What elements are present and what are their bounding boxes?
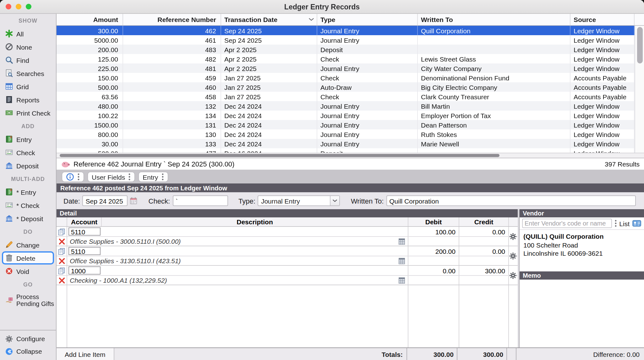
horizontal-scrollbar-thumb[interactable] (60, 154, 499, 157)
account-cell[interactable]: 1000 (67, 266, 102, 275)
description-field[interactable] (102, 266, 408, 275)
table-row[interactable]: 5000.00 461 Sep 24 2025 Journal Entry Le… (57, 35, 635, 45)
memo-field[interactable] (520, 280, 644, 347)
account-field[interactable]: 5110 (68, 247, 101, 255)
sidebar-item-collapse[interactable]: Collapse (0, 345, 56, 357)
credit-field[interactable]: 0.00 (459, 227, 508, 236)
kebab-menu-icon[interactable] (128, 173, 131, 181)
account-lookup-icon[interactable] (398, 277, 405, 284)
add-line-item-button[interactable]: Add Line Item (57, 348, 114, 360)
horizontal-scrollbar[interactable] (57, 153, 644, 158)
sidebar-item-grid[interactable]: Grid (0, 80, 56, 93)
table-row[interactable]: 150.00 459 Jan 27 2025 Check Denominatio… (57, 73, 635, 82)
contact-card-icon[interactable] (632, 220, 641, 227)
sidebar-item-void[interactable]: Void (0, 265, 56, 278)
kebab-menu-icon[interactable] (77, 173, 80, 181)
column-header-transaction-date[interactable]: Transaction Date (221, 14, 317, 25)
close-window-button[interactable] (6, 4, 11, 9)
duplicate-pages-icon[interactable] (57, 266, 67, 275)
zoom-window-button[interactable] (26, 4, 31, 9)
grid-icon (5, 82, 13, 90)
column-header-type[interactable]: Type (317, 14, 418, 25)
tab-user-fields[interactable]: User Fields (88, 172, 134, 182)
gift-icon (5, 296, 13, 304)
column-header-reference-number[interactable]: Reference Number (123, 14, 221, 25)
column-header-source[interactable]: Source (570, 14, 635, 25)
duplicate-pages-icon[interactable] (57, 246, 67, 256)
table-row[interactable]: 63.56 458 Jan 27 2025 Check Clark County… (57, 92, 635, 101)
sidebar-item-deposit[interactable]: Deposit (0, 159, 56, 172)
remove-line-icon[interactable] (57, 256, 67, 265)
cell-written-to: Ruth Stokes (418, 129, 570, 139)
description-field[interactable] (102, 227, 408, 236)
cell-source: Ledger Window (570, 26, 635, 35)
table-row[interactable]: 300.00 462 Sep 24 2025 Journal Entry Qui… (57, 26, 635, 35)
credit-field[interactable]: 300.00 (459, 266, 508, 275)
line-settings-gear-icon[interactable] (509, 232, 517, 241)
vendor-name: (QUILL) Quill Corporation (523, 232, 640, 241)
table-row[interactable]: 800.00 130 Dec 24 2024 Journal Entry Rut… (57, 129, 635, 139)
sidebar-item-label: Configure (16, 335, 45, 342)
credit-field[interactable]: 0.00 (459, 246, 508, 256)
sidebar-item-reports[interactable]: Reports (0, 93, 56, 106)
vertical-scrollbar[interactable] (635, 26, 644, 153)
calendar-icon[interactable] (130, 197, 138, 205)
vendor-search-input[interactable] (522, 219, 612, 228)
cell-written-to: Quill Corporation (418, 26, 570, 35)
table-row[interactable]: 1500.00 131 Dec 24 2024 Journal Entry De… (57, 120, 635, 129)
minimize-window-button[interactable] (16, 4, 21, 9)
written-to-input[interactable] (386, 195, 636, 206)
sidebar-item-print-check[interactable]: Print Check (0, 106, 56, 119)
sidebar-item-check[interactable]: Check (0, 146, 56, 159)
sidebar-item-entry[interactable]: Entry (0, 133, 56, 146)
vertical-scrollbar-thumb[interactable] (637, 27, 642, 63)
table-row[interactable]: 100.22 134 Dec 24 2024 Journal Entry Emp… (57, 111, 635, 120)
debit-field[interactable]: 100.00 (408, 227, 459, 236)
column-header-amount[interactable]: Amount (57, 14, 123, 25)
sidebar-item-all[interactable]: All (0, 27, 56, 40)
sidebar-item-process-pending-gifts[interactable]: Process Pending Gifts (0, 291, 56, 310)
sidebar-item-searches[interactable]: Searches (0, 67, 56, 80)
cell-type: Check (317, 54, 418, 63)
table-row[interactable]: 500.00 460 Jan 27 2025 Auto-Draw Big Cit… (57, 82, 635, 92)
column-header-written-to[interactable]: Written To (418, 14, 570, 25)
window-title: Ledger Entry Records (0, 3, 644, 10)
remove-line-icon[interactable] (57, 276, 67, 285)
sub-debit-spacer (408, 256, 459, 265)
line-settings-gear-icon[interactable] (509, 271, 517, 280)
sidebar-item-configure[interactable]: Configure (0, 332, 56, 345)
sidebar-item-none[interactable]: None (0, 40, 56, 53)
description-field[interactable] (102, 246, 408, 256)
sub-credit-spacer (459, 276, 508, 285)
line-settings-gear-icon[interactable] (509, 252, 517, 260)
sidebar-item-find[interactable]: Find (0, 53, 56, 67)
sidebar-item-multi-entry[interactable]: * Entry (0, 185, 56, 199)
check-input[interactable] (172, 195, 228, 206)
kebab-menu-icon[interactable] (161, 173, 164, 181)
date-input[interactable] (83, 195, 128, 206)
account-cell[interactable]: 5110 (67, 227, 102, 236)
account-cell[interactable]: 5110 (67, 246, 102, 256)
table-row[interactable]: 200.00 483 Apr 2 2025 Deposit Ledger Win… (57, 45, 635, 54)
sidebar-item-delete[interactable]: Delete (2, 251, 54, 265)
info-button[interactable] (62, 172, 84, 182)
tab-entry[interactable]: Entry (139, 172, 167, 182)
table-row[interactable]: 125.00 482 Apr 2 2025 Check Lewis Street… (57, 54, 635, 63)
table-row[interactable]: 225.00 481 Apr 2 2025 Journal Entry City… (57, 63, 635, 73)
type-select[interactable]: Journal Entry (258, 195, 340, 206)
debit-field[interactable]: 0.00 (408, 266, 459, 275)
sidebar-item-multi-deposit[interactable]: * Deposit (0, 212, 56, 225)
sidebar-item-multi-check[interactable]: * Check (0, 199, 56, 212)
kebab-menu-icon[interactable] (614, 219, 617, 227)
account-lookup-icon[interactable] (398, 257, 405, 264)
account-field[interactable]: 1000 (68, 266, 101, 275)
table-row[interactable]: 500.00 477 Dec 16 2024 Deposit Ledger Wi… (57, 148, 635, 153)
table-row[interactable]: 480.00 132 Dec 24 2024 Journal Entry Bil… (57, 101, 635, 111)
account-lookup-icon[interactable] (398, 238, 405, 245)
account-field[interactable]: 5110 (68, 227, 101, 236)
table-row[interactable]: 30.00 133 Dec 24 2024 Journal Entry Mari… (57, 139, 635, 148)
debit-field[interactable]: 200.00 (408, 246, 459, 256)
remove-line-icon[interactable] (57, 237, 67, 246)
duplicate-pages-icon[interactable] (57, 227, 67, 236)
sidebar-item-change[interactable]: Change (0, 238, 56, 251)
